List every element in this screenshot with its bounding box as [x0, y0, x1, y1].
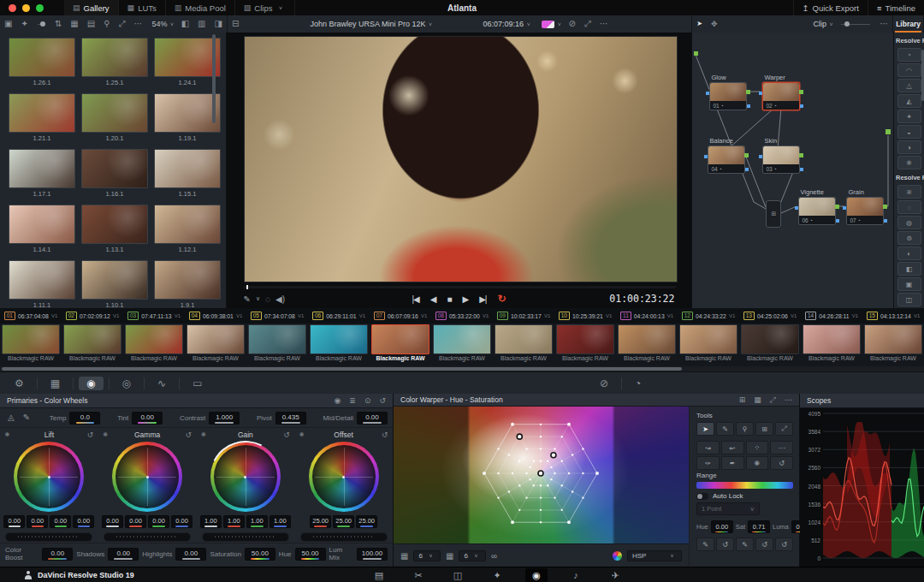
value-box[interactable]: 0.0 [69, 412, 100, 425]
still-thumbnail[interactable] [9, 205, 75, 244]
cursor-tool-icon[interactable]: ➤ [692, 15, 707, 33]
node-zoom-slider[interactable] [841, 24, 870, 25]
search-icon[interactable]: ⚲ [99, 19, 114, 28]
pan-tool-icon[interactable]: ✥ [707, 15, 722, 33]
gallery-still[interactable]: 1.12.1 [154, 205, 221, 254]
last-frame-button[interactable]: ▶| [479, 294, 486, 304]
camera-clip-name[interactable]: John Brawley URSA Mini Pro 12K [310, 20, 425, 28]
picker-icon[interactable]: ✎ [696, 537, 714, 551]
expand-icon[interactable]: ⤢ [580, 19, 595, 28]
clip-info-14[interactable]: 1404:26:28:11V1 [801, 312, 862, 320]
tab-luts[interactable]: ▦LUTs [119, 0, 166, 15]
clip-info-05[interactable]: 0507:34:07:08V1 [246, 312, 308, 320]
node-glow[interactable]: Glow01▪ [709, 74, 747, 110]
pen-b-tool[interactable]: ✒ [721, 456, 744, 470]
effect-tile[interactable]: ◭ [897, 94, 921, 108]
gallery-still[interactable]: 1.26.1 [9, 38, 75, 87]
pin-tool[interactable]: ⚲ [736, 422, 754, 436]
still-thumbnail[interactable] [81, 205, 148, 244]
node-rgb-port[interactable] [800, 104, 803, 108]
value-box[interactable]: 25.00 [310, 515, 331, 528]
qualifier-icon[interactable]: ▭ [185, 377, 210, 390]
node-output-port[interactable] [799, 90, 803, 94]
blend-tool[interactable]: ❋ [746, 456, 769, 470]
reset-icon[interactable]: ↺ [376, 431, 388, 439]
clip-thumbnail[interactable] [495, 324, 553, 354]
node-output-port[interactable] [746, 90, 750, 94]
still-thumbnail[interactable] [81, 93, 148, 133]
value-box[interactable]: 0.00 [102, 515, 123, 528]
clip-info-15[interactable]: 1504:13:12:14V1 [862, 312, 924, 320]
value-box[interactable]: 0.00 [50, 515, 71, 528]
value-box[interactable]: 0.00 [125, 515, 146, 528]
play-button[interactable]: ▶ [462, 294, 468, 304]
timeline-clip-11[interactable]: Blackmagic RAW [616, 324, 678, 366]
wipe-mode-icon[interactable]: ⊟ [228, 15, 243, 33]
effect-tile[interactable]: ◒ [897, 125, 921, 139]
auto-lock-toggle[interactable]: Auto Lock [696, 492, 793, 500]
value-box[interactable]: 0.00 [175, 548, 206, 561]
color-wheel-lift[interactable] [14, 442, 84, 512]
more-icon[interactable]: ⋯ [785, 395, 792, 405]
value-box[interactable]: 0.00 [3, 515, 25, 528]
still-thumbnail[interactable] [9, 260, 75, 300]
pane-right-icon[interactable]: ◨ [210, 19, 227, 28]
effect-tile[interactable]: ⊚ [897, 231, 921, 245]
grid-view-icon[interactable]: ▦ [66, 19, 82, 28]
more-icon[interactable]: ⋯ [130, 19, 147, 28]
bars-mode-icon[interactable]: ≣ [349, 396, 356, 405]
dots-tool[interactable]: ⋯ [770, 441, 793, 454]
node-output-port[interactable] [835, 205, 839, 209]
warper-canvas[interactable] [394, 407, 689, 543]
clip-info-02[interactable]: 0207:02:09:12V1 [62, 312, 123, 320]
reset-icon[interactable]: ↺ [81, 431, 93, 439]
effect-tile[interactable]: ◔ [897, 48, 921, 62]
clip-info-04[interactable]: 0406:09:38:01V1 [185, 312, 246, 320]
value-box[interactable]: 1.00 [246, 515, 268, 528]
value-box[interactable]: 0.00 [171, 515, 192, 528]
scatter-tool[interactable]: ⁘ [746, 441, 769, 454]
value-box[interactable]: 0.00 [73, 515, 94, 528]
wipe-icon[interactable]: ◌ [265, 294, 270, 304]
clip-info-10[interactable]: 1010:25:39:21V1 [554, 312, 616, 320]
draw-tool[interactable]: ✎ [716, 422, 734, 436]
node-input-port[interactable] [795, 206, 798, 210]
still-thumbnail[interactable] [9, 149, 75, 188]
gallery-still[interactable]: 1.21.1 [9, 93, 75, 143]
clip-info-01[interactable]: 0106:37:04:08V1 [0, 312, 62, 320]
wheel-master-dial[interactable] [5, 532, 92, 542]
color-wheels-icon[interactable]: ◉ [79, 377, 103, 390]
value-box[interactable]: 0.00 [148, 515, 169, 528]
value-box[interactable]: 0.00 [357, 412, 388, 425]
viewer-scrub-bar[interactable] [244, 286, 676, 288]
effect-tile[interactable]: ✦ [897, 110, 921, 123]
wheel-mini-icon[interactable]: ❋ [4, 431, 16, 438]
list-view-icon[interactable]: ▤ [83, 19, 99, 28]
gallery-scrollbar[interactable] [212, 34, 216, 123]
effect-tile[interactable]: ❄ [897, 156, 921, 169]
more-icon[interactable]: ⋯ [875, 15, 892, 33]
page-fairlight[interactable]: ♪ [565, 568, 587, 582]
clip-info-13[interactable]: 1304:25:02:06V1 [739, 312, 801, 320]
value-box[interactable]: 1.00 [223, 515, 245, 528]
reset-all-icon[interactable]: ↺ [775, 537, 793, 551]
user-icon[interactable] [24, 571, 33, 579]
magnet-tool[interactable]: ⊞ [755, 422, 773, 436]
node-skin[interactable]: Skin03▪ [762, 137, 800, 174]
link-icon[interactable]: ∞ [491, 551, 497, 561]
effect-tile[interactable]: ◫ [897, 293, 921, 306]
more-icon[interactable]: ⋯ [595, 19, 613, 28]
play-reverse-button[interactable]: ◀ [430, 294, 436, 304]
window-zoom-button[interactable] [36, 4, 44, 12]
mesh-icon[interactable]: ▦ [754, 395, 761, 405]
gallery-still[interactable]: 1.24.1 [154, 38, 221, 87]
gallery-still[interactable]: 1.15.1 [154, 149, 221, 199]
color-match-icon[interactable]: ▦ [43, 377, 68, 390]
clip-thumbnail[interactable] [63, 324, 121, 354]
clip-info-11[interactable]: 1104:24:00:13V1 [616, 312, 678, 320]
reset-icon[interactable]: ↺ [278, 431, 290, 439]
node-rgb-port[interactable] [745, 168, 749, 171]
node-warper[interactable]: Warper02▪ [762, 74, 800, 110]
node-graph-panel[interactable]: Glow01▪Warper02▪Balance04▪Skin03▪Vignett… [692, 33, 894, 308]
effect-tile[interactable]: △ [897, 79, 921, 92]
